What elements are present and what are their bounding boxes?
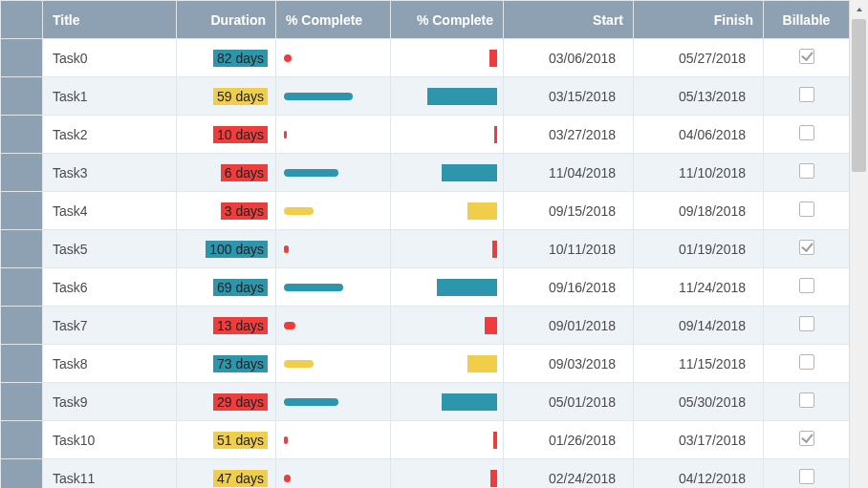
row-selector[interactable] (1, 39, 43, 77)
cell-title[interactable]: Task0 (43, 39, 177, 77)
billable-checkbox[interactable] (799, 163, 814, 179)
cell-start[interactable]: 09/03/2018 (504, 345, 634, 383)
cell-start[interactable]: 03/06/2018 (504, 39, 634, 77)
row-selector[interactable] (1, 116, 43, 154)
cell-billable[interactable] (764, 421, 850, 459)
table-row[interactable]: Task36 days11/04/201811/10/2018 (1, 154, 850, 192)
row-selector[interactable] (1, 345, 43, 383)
cell-duration[interactable]: 3 days (177, 192, 276, 230)
cell-title[interactable]: Task10 (43, 421, 177, 459)
cell-duration[interactable]: 73 days (177, 345, 276, 383)
cell-finish[interactable]: 05/27/2018 (634, 39, 764, 77)
row-selector[interactable] (1, 459, 43, 489)
cell-duration[interactable]: 51 days (177, 421, 276, 459)
cell-start[interactable]: 09/16/2018 (504, 268, 634, 307)
cell-start[interactable]: 10/11/2018 (504, 230, 634, 268)
scroll-up-arrow-icon[interactable] (850, 0, 868, 19)
billable-checkbox[interactable] (799, 278, 814, 293)
row-selector[interactable] (1, 192, 43, 230)
table-row[interactable]: Task43 days09/15/201809/18/2018 (1, 192, 850, 230)
task-grid[interactable]: Title Duration % Complete % Complete Sta… (0, 0, 849, 488)
cell-finish[interactable]: 04/06/2018 (634, 116, 764, 154)
cell-finish[interactable]: 05/30/2018 (634, 383, 764, 421)
cell-finish[interactable]: 09/14/2018 (634, 307, 764, 345)
cell-duration[interactable]: 69 days (177, 268, 276, 307)
cell-duration[interactable]: 100 days (177, 230, 276, 268)
row-selector[interactable] (1, 77, 43, 116)
cell-billable[interactable] (764, 459, 850, 489)
row-selector[interactable] (1, 421, 43, 459)
cell-title[interactable]: Task2 (43, 116, 177, 154)
cell-start[interactable]: 09/01/2018 (504, 307, 634, 345)
table-row[interactable]: Task5100 days10/11/201801/19/2018 (1, 230, 850, 268)
col-header-start[interactable]: Start (504, 1, 634, 39)
cell-finish[interactable]: 11/15/2018 (634, 345, 764, 383)
cell-start[interactable]: 09/15/2018 (504, 192, 634, 230)
cell-duration[interactable]: 13 days (177, 307, 276, 345)
col-header-billable[interactable]: Billable (764, 1, 850, 39)
cell-billable[interactable] (764, 39, 850, 77)
cell-duration[interactable]: 59 days (177, 77, 276, 116)
cell-billable[interactable] (764, 116, 850, 154)
cell-billable[interactable] (764, 230, 850, 268)
cell-finish[interactable]: 11/10/2018 (634, 154, 764, 192)
cell-billable[interactable] (764, 307, 850, 345)
table-row[interactable]: Task929 days05/01/201805/30/2018 (1, 383, 850, 421)
cell-start[interactable]: 11/04/2018 (504, 154, 634, 192)
cell-title[interactable]: Task7 (43, 307, 177, 345)
table-row[interactable]: Task873 days09/03/201811/15/2018 (1, 345, 850, 383)
table-row[interactable]: Task159 days03/15/201805/13/2018 (1, 77, 850, 116)
cell-title[interactable]: Task6 (43, 268, 177, 307)
cell-finish[interactable]: 05/13/2018 (634, 77, 764, 116)
cell-billable[interactable] (764, 154, 850, 192)
row-selector[interactable] (1, 383, 43, 421)
cell-billable[interactable] (764, 383, 850, 421)
cell-start[interactable]: 02/24/2018 (504, 459, 634, 489)
billable-checkbox[interactable] (799, 354, 814, 370)
cell-title[interactable]: Task1 (43, 77, 177, 116)
cell-title[interactable]: Task5 (43, 230, 177, 268)
row-selector[interactable] (1, 230, 43, 268)
cell-title[interactable]: Task3 (43, 154, 177, 192)
row-selector[interactable] (1, 307, 43, 345)
cell-finish[interactable]: 11/24/2018 (634, 268, 764, 307)
cell-start[interactable]: 01/26/2018 (504, 421, 634, 459)
cell-billable[interactable] (764, 192, 850, 230)
billable-checkbox[interactable] (799, 49, 814, 64)
cell-title[interactable]: Task8 (43, 345, 177, 383)
cell-duration[interactable]: 29 days (177, 383, 276, 421)
billable-checkbox[interactable] (799, 393, 814, 408)
billable-checkbox[interactable] (799, 240, 814, 255)
table-row[interactable]: Task1051 days01/26/201803/17/2018 (1, 421, 850, 459)
cell-start[interactable]: 05/01/2018 (504, 383, 634, 421)
col-header-duration[interactable]: Duration (177, 1, 276, 39)
table-row[interactable]: Task669 days09/16/201811/24/2018 (1, 268, 850, 307)
col-header-pct-spark[interactable]: % Complete (276, 1, 391, 39)
col-header-pct-bar[interactable]: % Complete (391, 1, 504, 39)
cell-billable[interactable] (764, 77, 850, 116)
cell-duration[interactable]: 47 days (177, 459, 276, 489)
billable-checkbox[interactable] (799, 316, 814, 331)
cell-finish[interactable]: 09/18/2018 (634, 192, 764, 230)
billable-checkbox[interactable] (799, 431, 814, 446)
cell-start[interactable]: 03/27/2018 (504, 116, 634, 154)
vertical-scrollbar[interactable] (849, 0, 868, 488)
col-header-title[interactable]: Title (43, 1, 177, 39)
cell-finish[interactable]: 01/19/2018 (634, 230, 764, 268)
col-header-finish[interactable]: Finish (634, 1, 764, 39)
row-selector[interactable] (1, 154, 43, 192)
cell-duration[interactable]: 10 days (177, 116, 276, 154)
scroll-thumb[interactable] (852, 19, 866, 172)
billable-checkbox[interactable] (799, 202, 814, 217)
table-row[interactable]: Task1147 days02/24/201804/12/2018 (1, 459, 850, 489)
table-row[interactable]: Task082 days03/06/201805/27/2018 (1, 39, 850, 77)
table-row[interactable]: Task713 days09/01/201809/14/2018 (1, 307, 850, 345)
billable-checkbox[interactable] (799, 469, 814, 484)
row-selector[interactable] (1, 268, 43, 307)
billable-checkbox[interactable] (799, 87, 814, 102)
cell-start[interactable]: 03/15/2018 (504, 77, 634, 116)
cell-duration[interactable]: 82 days (177, 39, 276, 77)
billable-checkbox[interactable] (799, 125, 814, 140)
cell-billable[interactable] (764, 345, 850, 383)
cell-finish[interactable]: 04/12/2018 (634, 459, 764, 489)
